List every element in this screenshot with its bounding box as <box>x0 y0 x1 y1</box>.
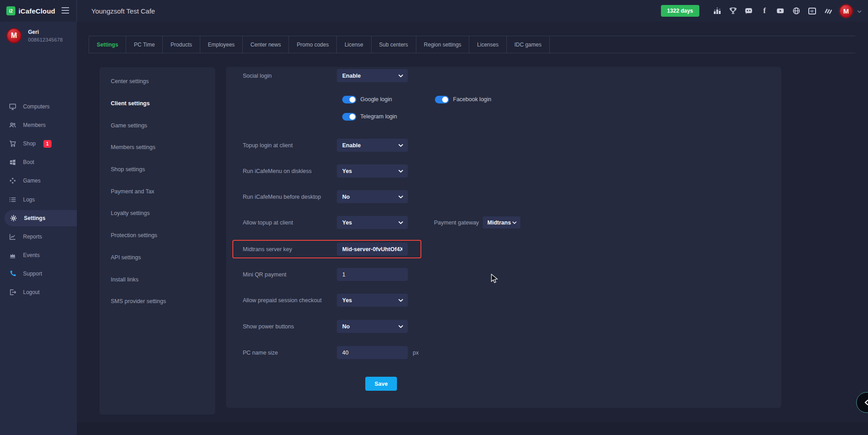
globe-icon[interactable] <box>792 6 801 15</box>
license-days-badge[interactable]: 1322 days <box>661 5 699 17</box>
tab-products[interactable]: Products <box>162 36 199 53</box>
page-title: Youngzsoft Test Cafe <box>91 0 155 22</box>
sidebar-item-support[interactable]: Support <box>0 266 77 282</box>
user-phone: 008612345678 <box>28 37 63 42</box>
tab-pc-time[interactable]: PC Time <box>126 36 162 53</box>
sidebar-item-computers[interactable]: Computers <box>0 98 77 115</box>
telegram-login-toggle[interactable] <box>342 113 356 121</box>
cart-icon <box>9 140 16 147</box>
submenu-game-settings[interactable]: Game settings <box>99 114 215 136</box>
monitor-icon <box>9 103 16 110</box>
facebook-login-toggle-row: Facebook login <box>435 93 491 106</box>
row-run-before-desktop: Run iCafeMenu before desktop No <box>226 190 781 203</box>
google-login-toggle[interactable] <box>342 96 356 103</box>
tab-bar: Settings PC Time Products Employees Cent… <box>89 36 855 53</box>
submenu-loyalty-settings[interactable]: Loyalty settings <box>99 202 215 225</box>
telegram-login-toggle-row: Telegram login <box>342 110 397 123</box>
tab-settings[interactable]: Settings <box>89 36 126 53</box>
chevron-down-icon <box>398 195 403 198</box>
phone-icon <box>9 270 16 277</box>
trophy-icon[interactable] <box>728 6 737 15</box>
tab-idc-games[interactable]: IDC games <box>506 36 550 53</box>
chevron-down-icon[interactable] <box>857 7 862 15</box>
app: i2 iCafeCloud Youngzsoft Test Cafe 1322 … <box>0 0 868 435</box>
tab-license[interactable]: License <box>336 36 371 53</box>
collapse-panel-button[interactable] <box>856 392 868 413</box>
header-actions: 1322 days f i2 M <box>661 0 862 22</box>
power-buttons-select[interactable]: No <box>337 320 408 333</box>
chevron-left-icon <box>864 399 868 406</box>
row-power-buttons: Show power buttons No <box>226 320 781 333</box>
mini-qr-payment-input[interactable] <box>337 268 408 281</box>
sidebar-item-reports[interactable]: Reports <box>0 229 77 245</box>
submenu-protection-settings[interactable]: Protection settings <box>99 225 215 247</box>
sidebar-item-logs[interactable]: Logs <box>0 192 77 208</box>
chevron-down-icon <box>398 325 403 328</box>
user-avatar[interactable]: M <box>839 4 853 18</box>
row-run-diskless: Run iCafeMenu on diskless Yes <box>226 164 781 178</box>
sidebar-item-settings[interactable]: Settings <box>5 210 77 226</box>
facebook-login-toggle[interactable] <box>435 96 449 103</box>
submenu-install-links[interactable]: Install links <box>99 268 215 290</box>
submenu-shop-settings[interactable]: Shop settings <box>99 159 215 181</box>
people-icon <box>9 122 16 129</box>
tab-employees[interactable]: Employees <box>200 36 242 53</box>
chevron-down-icon <box>398 221 403 224</box>
prepaid-checkout-select[interactable]: Yes <box>337 294 408 307</box>
social-login-select[interactable]: Enable <box>337 69 408 82</box>
tab-promo-codes[interactable]: Promo codes <box>288 36 336 53</box>
youtube-icon[interactable] <box>776 6 785 15</box>
submenu-api-settings[interactable]: API settings <box>99 247 215 269</box>
sidebar-item-members[interactable]: Members <box>0 117 77 133</box>
allow-topup-select[interactable]: Yes <box>337 216 408 229</box>
crown-icon <box>9 252 16 259</box>
px-suffix: px <box>413 350 419 356</box>
run-before-desktop-select[interactable]: No <box>337 190 408 203</box>
tab-licenses[interactable]: Licenses <box>469 36 506 53</box>
row-midtrans-server-key: Midtrans server key <box>226 243 781 256</box>
chevron-down-icon <box>398 74 403 77</box>
midtrans-server-key-input[interactable] <box>337 243 408 256</box>
hamburger-menu-icon[interactable] <box>61 7 69 14</box>
sidebar-item-boot[interactable]: Boot <box>0 154 77 170</box>
gamepad-icon <box>9 177 16 184</box>
row-allow-topup: Allow topup at client Yes Payment gatewa… <box>226 216 781 229</box>
gear-icon <box>10 215 17 222</box>
sidebar-user[interactable]: M Geri 008612345678 <box>0 22 77 48</box>
sidebar-item-games[interactable]: Games <box>0 173 77 189</box>
payment-gateway-select[interactable]: Midtrans <box>483 216 520 229</box>
submenu-client-settings[interactable]: Client settings <box>99 93 215 115</box>
tab-center-news[interactable]: Center news <box>242 36 288 53</box>
footer-strip <box>77 422 868 435</box>
chevron-down-icon <box>398 169 403 173</box>
ranking-icon[interactable] <box>712 6 722 15</box>
sidebar-item-events[interactable]: Events <box>0 247 77 263</box>
chevron-down-icon <box>398 299 403 302</box>
settings-submenu: Center settings Client settings Game set… <box>99 67 215 415</box>
run-diskless-select[interactable]: Yes <box>337 164 408 178</box>
google-login-toggle-row: Google login <box>342 93 392 106</box>
chevron-down-icon <box>512 221 517 224</box>
header: i2 iCafeCloud Youngzsoft Test Cafe 1322 … <box>0 0 868 22</box>
submenu-payment-and-tax[interactable]: Payment and Tax <box>99 180 215 202</box>
topup-login-select[interactable]: Enable <box>337 139 408 152</box>
sidebar-item-shop[interactable]: Shop 1 <box>0 136 77 152</box>
shop-badge: 1 <box>43 140 52 148</box>
discord-icon[interactable] <box>744 6 753 15</box>
pc-name-size-input[interactable] <box>337 346 408 359</box>
layers-icon[interactable] <box>823 6 832 15</box>
chart-icon <box>9 233 16 240</box>
submenu-sms-provider-settings[interactable]: SMS provider settings <box>99 290 215 313</box>
row-mini-qr: Mini QR payment <box>226 268 781 281</box>
icafecloud-mini-icon[interactable]: i2 <box>807 6 816 15</box>
facebook-icon[interactable]: f <box>760 6 769 15</box>
tab-region-settings[interactable]: Region settings <box>416 36 469 53</box>
payment-gateway-label: Payment gateway <box>434 220 479 226</box>
tab-sub-centers[interactable]: Sub centers <box>371 36 416 53</box>
save-button[interactable]: Save <box>365 377 397 391</box>
row-pc-name-size: PC name size px <box>226 346 781 359</box>
row-topup-login: Topup login at client Enable <box>226 139 781 152</box>
submenu-center-settings[interactable]: Center settings <box>99 70 215 93</box>
sidebar-item-logout[interactable]: Logout <box>0 284 77 300</box>
submenu-members-settings[interactable]: Members settings <box>99 136 215 159</box>
